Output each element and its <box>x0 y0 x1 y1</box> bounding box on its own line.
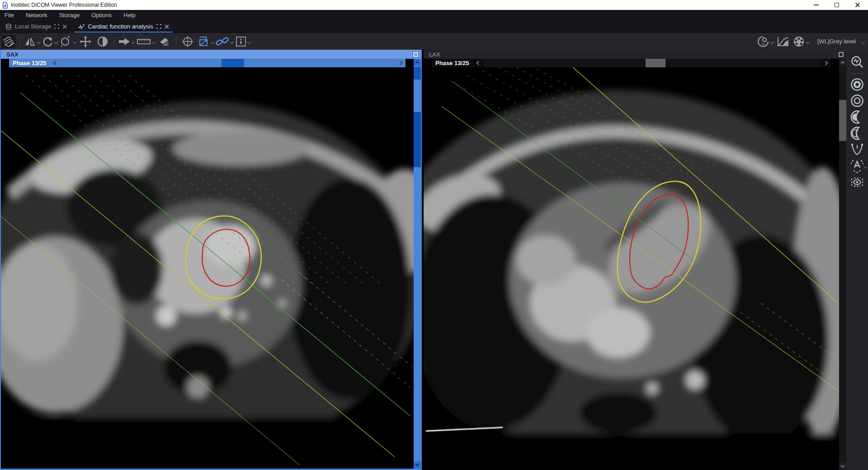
color-palette-button[interactable] <box>793 34 809 49</box>
window-level-label[interactable]: [WL]Grey level <box>817 38 856 45</box>
cine-settings-button[interactable] <box>757 34 774 49</box>
scroll-up-button[interactable] <box>839 59 846 66</box>
flip-button[interactable] <box>24 34 40 49</box>
auto-analysis-button[interactable] <box>848 55 866 70</box>
close-button[interactable] <box>847 0 868 10</box>
maximize-button[interactable] <box>826 0 847 10</box>
lax-vertical-scrollbar[interactable] <box>839 59 846 470</box>
lut-curve-button[interactable] <box>775 34 791 49</box>
sax-maximize-panel-button[interactable] <box>413 52 418 57</box>
toolbar-separator <box>20 36 20 47</box>
chevron-down-icon[interactable] <box>230 40 234 43</box>
lv-epi-contour-button[interactable] <box>848 93 866 108</box>
series-stack-button[interactable] <box>1 34 16 49</box>
contrast-button[interactable] <box>95 34 110 49</box>
menu-file[interactable]: File <box>0 10 20 20</box>
minimize-icon <box>814 5 819 5</box>
lv-endo-contour-button[interactable] <box>848 77 866 92</box>
toolbar-separator <box>176 36 176 47</box>
auto-analysis-search-icon <box>850 55 864 70</box>
toolbar-separator <box>114 36 114 47</box>
eraser-button[interactable] <box>157 34 172 49</box>
link-icon <box>216 36 229 47</box>
minimize-button[interactable] <box>806 0 826 10</box>
close-tab-icon[interactable] <box>62 24 67 29</box>
ruler-button[interactable] <box>137 34 155 49</box>
lax-phase-slider[interactable] <box>484 59 821 67</box>
window-title: Inobitec DICOM Viewer Professional Editi… <box>11 2 117 8</box>
sidebar-separator <box>850 73 864 74</box>
menu-network[interactable]: Network <box>20 10 53 20</box>
rotate-button[interactable] <box>42 34 57 49</box>
lax-mri-viewport[interactable] <box>424 67 839 470</box>
info-button[interactable] <box>235 34 250 49</box>
menu-options[interactable]: Options <box>85 10 118 20</box>
chevron-down-icon[interactable] <box>37 40 40 43</box>
lax-panel: LAX Phase 13/25 <box>424 50 846 470</box>
lut-curve-icon <box>777 36 789 47</box>
scroll-down-button[interactable] <box>414 461 421 469</box>
storage-icon <box>5 24 12 30</box>
chevron-down-icon[interactable] <box>806 40 810 43</box>
rv-epi-contour-button[interactable] <box>848 126 866 141</box>
auto-segmentation-icon <box>850 159 864 173</box>
localizer-button[interactable] <box>180 34 195 49</box>
sax-scrollbar-thumb[interactable] <box>414 112 421 167</box>
detach-tab-icon[interactable] <box>54 24 59 29</box>
chevron-down-icon[interactable] <box>152 40 156 43</box>
contour-visibility-icon <box>850 175 864 189</box>
sax-phase-slider-thumb[interactable] <box>222 59 244 67</box>
chevron-down-icon[interactable] <box>211 40 214 43</box>
lax-mri-image <box>424 67 839 470</box>
arrow-down-icon <box>841 464 844 467</box>
sax-phase-label: Phase 13/25 <box>9 60 51 66</box>
pan-button[interactable] <box>78 34 93 49</box>
auto-segmentation-button[interactable] <box>848 158 866 174</box>
scroll-up-button[interactable] <box>414 59 421 66</box>
chevron-down-icon[interactable] <box>132 40 135 43</box>
sax-vertical-scrollbar[interactable] <box>414 59 421 469</box>
link-button[interactable] <box>216 34 233 49</box>
tab-cardiac-function-analysis[interactable]: Cardiac function analysis <box>72 20 175 33</box>
lax-scrollbar-thumb[interactable] <box>839 100 846 141</box>
arrow-up-icon <box>841 61 844 65</box>
rv-endo-contour-button[interactable] <box>848 109 866 125</box>
chevron-down-icon[interactable] <box>770 40 774 43</box>
menu-storage[interactable]: Storage <box>53 10 86 20</box>
detach-tab-icon[interactable] <box>156 24 161 29</box>
phase-next-icon[interactable] <box>824 61 828 66</box>
menu-bar: File Network Storage Options Help <box>0 10 868 20</box>
tab-bar: Local Storage Cardiac function analysis <box>0 20 868 33</box>
lax-panel-title: LAX <box>429 51 440 58</box>
lv-epi-contour-icon <box>850 94 864 108</box>
chevron-down-icon[interactable] <box>247 40 250 43</box>
tab-label: Local Storage <box>15 23 51 30</box>
contour-visibility-button[interactable] <box>848 174 866 190</box>
valve-plane-button[interactable] <box>848 142 866 157</box>
zoom-button[interactable] <box>59 34 76 49</box>
polygon-roi-button[interactable] <box>197 34 214 49</box>
series-stack-icon <box>2 36 15 47</box>
lv-endo-contour-icon <box>850 77 864 92</box>
menu-help[interactable]: Help <box>118 10 142 20</box>
rv-endo-contour-icon <box>850 110 864 124</box>
close-tab-icon[interactable] <box>165 24 169 29</box>
lax-maximize-panel-button[interactable] <box>839 52 844 57</box>
scrollbar-segment[interactable] <box>414 67 421 80</box>
chevron-down-icon[interactable] <box>73 40 76 43</box>
phase-prev-icon[interactable] <box>54 61 58 66</box>
lax-phase-slider-thumb[interactable] <box>646 59 665 67</box>
phase-prev-icon[interactable] <box>476 61 481 66</box>
main-area: SAX Phase 13/25 <box>0 50 868 470</box>
lax-panel-header: LAX <box>424 50 846 59</box>
chevron-down-icon[interactable] <box>861 40 865 43</box>
chevron-down-icon[interactable] <box>864 165 867 169</box>
sax-phase-slider[interactable] <box>61 59 395 67</box>
sax-mri-viewport[interactable] <box>1 67 414 469</box>
tab-local-storage[interactable]: Local Storage <box>0 20 72 33</box>
phase-next-icon[interactable] <box>398 61 403 66</box>
arrow-annotation-button[interactable] <box>118 34 135 49</box>
scroll-down-button[interactable] <box>839 463 846 470</box>
localizer-icon <box>181 36 194 47</box>
chevron-down-icon[interactable] <box>54 40 58 43</box>
